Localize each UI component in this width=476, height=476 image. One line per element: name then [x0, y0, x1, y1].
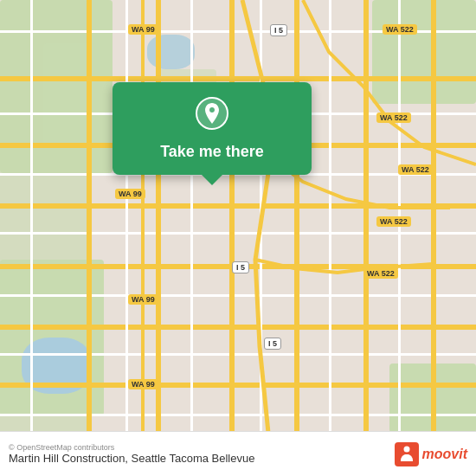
bottom-bar: © OpenStreetMap contributors Martin Hill… — [0, 431, 476, 476]
map-background: WA 99 I 5 WA 522 WA 522 WA 99 WA 522 WA … — [0, 0, 476, 476]
water-area — [147, 35, 195, 69]
take-me-there-button[interactable]: Take me there — [113, 82, 312, 175]
moovit-brand-text: moovit — [422, 447, 467, 462]
road — [431, 0, 436, 476]
road — [329, 0, 331, 476]
road — [0, 294, 476, 297]
road — [87, 0, 92, 476]
take-me-there-label: Take me there — [160, 143, 264, 161]
road — [156, 0, 161, 476]
road — [0, 76, 476, 81]
svg-point-2 — [403, 446, 409, 452]
road — [0, 325, 476, 330]
bottom-bar-left: © OpenStreetMap contributors Martin Hill… — [9, 443, 254, 465]
road — [0, 203, 476, 209]
highway-label-wa99-1: WA 99 — [128, 24, 158, 35]
moovit-icon — [395, 442, 419, 466]
road — [294, 0, 299, 476]
road — [125, 0, 128, 476]
road — [30, 0, 33, 476]
road — [260, 0, 262, 476]
highway-label-wa99-5: WA 99 — [128, 379, 158, 389]
highway-label-wa522-1: WA 522 — [383, 24, 417, 35]
location-text: Martin Hill Construction, Seattle Tacoma… — [9, 452, 254, 465]
green-area — [372, 0, 476, 104]
road — [229, 0, 235, 476]
svg-rect-3 — [404, 454, 409, 461]
map-pin-icon — [193, 96, 231, 134]
road — [0, 414, 476, 416]
highway-label-wa522-5: WA 522 — [363, 268, 398, 279]
road — [398, 0, 401, 476]
road — [0, 383, 476, 388]
road — [363, 0, 369, 476]
highway-label-i5-1: I 5 — [270, 24, 287, 36]
highway-label-wa522-3: WA 522 — [398, 164, 433, 175]
highway-label-i5-2: I 5 — [232, 261, 249, 273]
highway-label-wa99-4: WA 99 — [128, 294, 158, 305]
osm-attribution: © OpenStreetMap contributors — [9, 443, 254, 452]
highway-label-wa99-3: WA 99 — [115, 189, 145, 199]
road — [0, 353, 476, 356]
moovit-logo[interactable]: moovit — [395, 442, 467, 466]
road — [190, 0, 193, 476]
highway-label-wa522-2: WA 522 — [376, 113, 411, 123]
highway-label-wa522-4: WA 522 — [376, 216, 411, 227]
road — [0, 232, 476, 235]
highway-label-i5-3: I 5 — [264, 338, 281, 350]
map-container: WA 99 I 5 WA 522 WA 522 WA 99 WA 522 WA … — [0, 0, 476, 476]
